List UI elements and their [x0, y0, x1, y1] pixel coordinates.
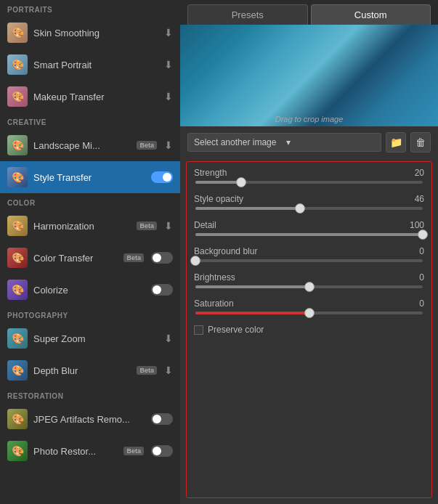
- sidebar-item-photo-restore[interactable]: 🎨Photo Restor...Beta: [0, 435, 180, 467]
- slider-row-style-opacity: Style opacity46: [194, 194, 424, 210]
- adjustments-panel: Strength20Style opacity46Detail100Backgr…: [186, 161, 432, 498]
- toggle-color-transfer[interactable]: [151, 252, 173, 264]
- slider-row-saturation: Saturation0: [194, 298, 424, 314]
- sidebar-item-harmonization[interactable]: 🎨HarmonizationBeta⬇: [0, 210, 180, 242]
- section-header-restoration: RESTORATION: [0, 386, 180, 403]
- beta-badge-landscape-mi: Beta: [137, 141, 157, 150]
- slider-track-strength[interactable]: [195, 181, 423, 184]
- sidebar-item-skin-smoothing[interactable]: 🎨Skin Smoothing⬇: [0, 17, 180, 49]
- slider-thumb-saturation[interactable]: [304, 308, 315, 318]
- drag-hint: Drag to crop image: [275, 115, 344, 123]
- slider-label-style-opacity: Style opacity: [194, 194, 243, 204]
- slider-thumb-brightness[interactable]: [304, 282, 315, 292]
- slider-track-background-blur[interactable]: [195, 259, 423, 262]
- item-icon-makeup-transfer: 🎨: [7, 86, 28, 107]
- slider-label-saturation: Saturation: [194, 298, 234, 309]
- download-icon-super-zoom[interactable]: ⬇: [164, 333, 173, 344]
- slider-value-detail: 100: [410, 220, 424, 230]
- slider-thumb-style-opacity[interactable]: [295, 203, 305, 214]
- preserve-color-checkbox[interactable]: [194, 325, 203, 335]
- slider-track-style-opacity[interactable]: [195, 207, 423, 210]
- tab-custom[interactable]: Custom: [311, 4, 431, 25]
- tabs-bar: PresetsCustom: [180, 0, 438, 25]
- tab-presets[interactable]: Presets: [187, 4, 308, 25]
- item-icon-style-transfer: 🎨: [7, 167, 28, 187]
- item-icon-jpeg-artifacts: 🎨: [7, 409, 28, 429]
- download-icon-depth-blur[interactable]: ⬇: [164, 365, 173, 376]
- item-icon-super-zoom: 🎨: [7, 328, 28, 349]
- sidebar-item-makeup-transfer[interactable]: 🎨Makeup Transfer⬇: [0, 81, 180, 113]
- download-icon-landscape-mi[interactable]: ⬇: [164, 139, 173, 151]
- download-icon-smart-portrait[interactable]: ⬇: [164, 59, 173, 70]
- item-label-landscape-mi: Landscape Mi...: [33, 140, 137, 151]
- section-header-photography: PHOTOGRAPHY: [0, 306, 180, 322]
- item-label-colorize: Colorize: [33, 285, 148, 296]
- item-label-color-transfer: Color Transfer: [33, 253, 123, 264]
- folder-icon: 📁: [390, 137, 402, 148]
- chevron-down-icon: ▾: [286, 137, 376, 147]
- slider-fill-saturation: [195, 312, 309, 314]
- right-panel: PresetsCustom Drag to crop image Select …: [180, 0, 438, 504]
- download-icon-skin-smoothing[interactable]: ⬇: [164, 27, 173, 38]
- item-icon-landscape-mi: 🎨: [7, 135, 28, 155]
- item-icon-color-transfer: 🎨: [7, 248, 28, 268]
- slider-label-strength: Strength: [194, 168, 227, 178]
- slider-thumb-background-blur[interactable]: [190, 256, 200, 266]
- download-icon-harmonization[interactable]: ⬇: [164, 220, 173, 232]
- beta-badge-color-transfer: Beta: [123, 253, 144, 262]
- slider-label-background-blur: Background blur: [194, 246, 257, 256]
- sidebar-item-colorize[interactable]: 🎨Colorize: [0, 274, 180, 306]
- toggle-photo-restore[interactable]: [151, 445, 173, 457]
- item-label-skin-smoothing: Skin Smoothing: [33, 28, 161, 38]
- item-label-depth-blur: Depth Blur: [33, 365, 137, 376]
- slider-fill-detail: [195, 233, 423, 236]
- sidebar: PORTRAITS🎨Skin Smoothing⬇🎨Smart Portrait…: [0, 0, 180, 504]
- toggle-jpeg-artifacts[interactable]: [151, 413, 173, 425]
- slider-label-brightness: Brightness: [194, 272, 235, 283]
- slider-thumb-detail[interactable]: [418, 229, 428, 240]
- style-preview-image: Drag to crop image: [180, 25, 438, 126]
- slider-value-background-blur: 0: [419, 246, 424, 256]
- sidebar-item-jpeg-artifacts[interactable]: 🎨JPEG Artifacts Remo...: [0, 403, 180, 435]
- delete-button[interactable]: 🗑: [410, 132, 431, 153]
- item-label-style-transfer: Style Transfer: [33, 172, 148, 183]
- item-label-jpeg-artifacts: JPEG Artifacts Remo...: [33, 414, 148, 425]
- item-label-makeup-transfer: Makeup Transfer: [33, 92, 161, 102]
- image-select-dropdown[interactable]: Select another image ▾: [187, 133, 381, 152]
- folder-open-button[interactable]: 📁: [386, 132, 406, 153]
- item-icon-skin-smoothing: 🎨: [7, 23, 28, 43]
- item-icon-harmonization: 🎨: [7, 216, 28, 236]
- sidebar-item-depth-blur[interactable]: 🎨Depth BlurBeta⬇: [0, 354, 180, 386]
- section-header-portraits: PORTRAITS: [0, 0, 180, 17]
- sidebar-item-smart-portrait[interactable]: 🎨Smart Portrait⬇: [0, 49, 180, 81]
- slider-row-brightness: Brightness0: [194, 272, 424, 288]
- slider-track-saturation[interactable]: [195, 312, 423, 314]
- slider-row-detail: Detail100: [194, 220, 424, 236]
- item-label-super-zoom: Super Zoom: [33, 333, 161, 344]
- image-area: Drag to crop image: [180, 25, 438, 126]
- slider-track-brightness[interactable]: [195, 285, 423, 288]
- select-row: Select another image ▾ 📁 🗑: [180, 126, 438, 158]
- slider-thumb-strength[interactable]: [236, 177, 246, 187]
- slider-fill-strength: [195, 181, 241, 184]
- toggle-colorize[interactable]: [151, 284, 173, 296]
- beta-badge-photo-restore: Beta: [123, 447, 144, 455]
- slider-row-background-blur: Background blur0: [194, 246, 424, 262]
- preserve-color-row: Preserve color: [194, 325, 424, 335]
- slider-row-strength: Strength20: [194, 168, 424, 184]
- item-label-harmonization: Harmonization: [33, 221, 137, 232]
- trash-icon: 🗑: [415, 137, 426, 148]
- sidebar-item-landscape-mi[interactable]: 🎨Landscape Mi...Beta⬇: [0, 129, 180, 161]
- slider-fill-style-opacity: [195, 207, 300, 210]
- sidebar-item-color-transfer[interactable]: 🎨Color TransferBeta: [0, 242, 180, 274]
- slider-value-saturation: 0: [419, 298, 424, 309]
- toggle-style-transfer[interactable]: [151, 171, 173, 183]
- preserve-color-label: Preserve color: [208, 325, 264, 335]
- sidebar-item-super-zoom[interactable]: 🎨Super Zoom⬇: [0, 322, 180, 354]
- download-icon-makeup-transfer[interactable]: ⬇: [164, 91, 173, 102]
- sidebar-item-style-transfer[interactable]: 🎨Style Transfer: [0, 161, 180, 193]
- slider-value-brightness: 0: [419, 272, 424, 283]
- section-header-creative: CREATIVE: [0, 113, 180, 129]
- section-header-color: COLOR: [0, 193, 180, 210]
- slider-track-detail[interactable]: [195, 233, 423, 236]
